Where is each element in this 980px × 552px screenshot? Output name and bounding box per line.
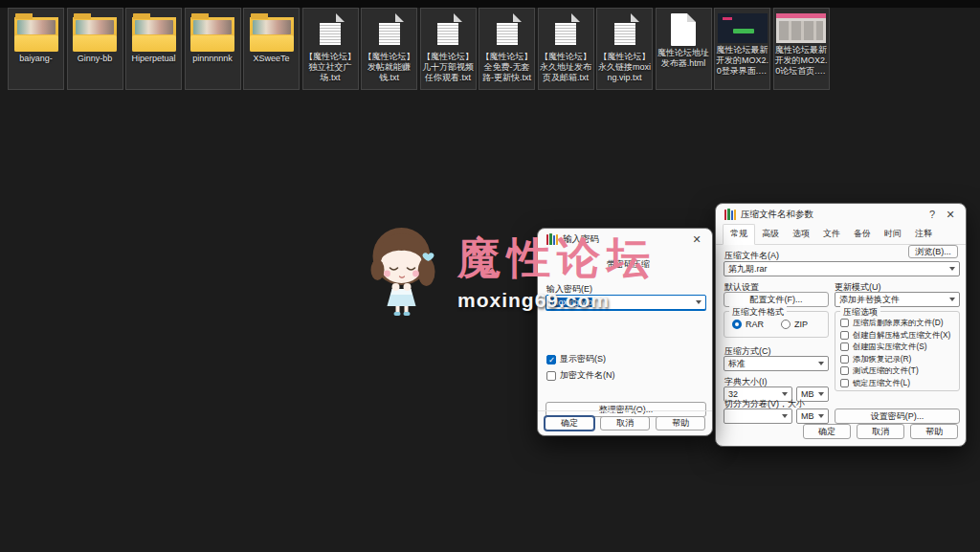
chevron-down-icon[interactable] [949,267,955,271]
checkbox-unchecked-icon[interactable] [840,331,849,340]
chevron-down-icon[interactable] [818,392,824,396]
format-zip-radio[interactable]: ZIP [781,320,808,329]
txt-icon [551,13,580,50]
desktop-icon-png-dark-12[interactable]: 魔性论坛最新开发的MOX2.0登录界面.png [714,8,770,90]
format-zip-label: ZIP [794,320,808,329]
browse-button[interactable]: 浏览(B)... [908,245,958,258]
winrar-icon [546,233,558,245]
icon-label: 【魔性论坛】几十万部视频任你观看.txt [421,52,476,82]
archive-name-input[interactable]: 第九期.rar [724,261,960,276]
split-unit-select[interactable]: MB [796,408,829,424]
checkbox-unchecked-icon[interactable] [840,379,849,387]
tab-4[interactable]: 备份 [847,225,878,244]
desktop-icon-html-11[interactable]: 魔性论坛地址发布器.html [656,8,712,90]
txt-icon [611,13,639,50]
archive-dialog-titlebar[interactable]: 压缩文件名和参数 ? ✕ [716,204,966,225]
method-select[interactable]: 标准 [724,356,829,371]
compression-option-label: 压缩后删除原来的文件(D) [853,318,944,328]
chevron-down-icon[interactable] [818,362,824,365]
help-button[interactable]: 帮助 [656,416,705,431]
desktop-icon-txt-6[interactable]: 【魔性论坛】发帖就能赚钱.txt [361,8,417,90]
password-input[interactable]: moxing.vip [546,295,706,310]
password-input-value: moxing.vip [550,298,593,307]
desktop-icon-folder-2[interactable]: Hiperpetual [125,8,182,90]
ok-button[interactable]: 确定 [545,416,594,431]
icon-label: XSweeTe [252,54,290,64]
desktop-top-strip [0,0,980,8]
compression-option-2[interactable]: 创建固实压缩文件(S) [840,342,926,352]
folder-icon [190,13,234,52]
compression-option-label: 锁定压缩文件(L) [853,378,910,388]
split-size-select[interactable] [724,408,792,424]
chevron-down-icon[interactable] [818,414,824,418]
compression-option-0[interactable]: 压缩后删除原来的文件(D) [840,318,944,328]
archive-name-value: 第九期.rar [728,263,768,276]
format-rar-radio[interactable]: RAR [732,320,764,329]
compression-option-label: 创建固实压缩文件(S) [853,342,926,352]
desktop-icon-txt-7[interactable]: 【魔性论坛】几十万部视频任你观看.txt [420,8,477,90]
update-mode-select[interactable]: 添加并替换文件 [835,292,960,307]
password-dialog: 输入密码 ✕ 带密码压缩 输入密码(E) moxing.vip 显示密码(S) … [537,228,713,436]
cancel-button[interactable]: 取消 [857,424,904,439]
close-icon[interactable]: ✕ [944,209,957,221]
ok-button[interactable]: 确定 [803,424,851,439]
chevron-down-icon[interactable] [696,300,702,304]
icon-label: Hiperpetual [130,54,176,64]
desktop-icon-txt-10[interactable]: 【魔性论坛】永久链接moxing.vip.txt [596,8,653,90]
checkbox-unchecked-icon[interactable] [840,366,849,375]
show-password-checkbox[interactable]: 显示密码(S) [546,353,606,365]
help-icon[interactable]: ? [925,209,939,220]
icon-label: 魔性论坛地址发布器.html [657,48,711,69]
checkbox-unchecked-icon[interactable] [840,355,849,364]
chevron-down-icon[interactable] [782,392,788,396]
help-button[interactable]: 帮助 [910,424,958,439]
desktop-icon-txt-9[interactable]: 【魔性论坛】永久地址发布页及邮箱.txt [538,8,594,90]
txt-icon [316,13,345,50]
close-icon[interactable]: ✕ [690,233,703,246]
desktop-icon-folder-3[interactable]: pinnnnnnk [185,8,241,90]
compression-option-4[interactable]: 测试压缩的文件(T) [840,365,919,376]
checkbox-unchecked-icon[interactable] [840,319,849,327]
chevron-down-icon[interactable] [949,298,955,301]
profiles-button[interactable]: 配置文件(F)... [724,292,829,307]
show-password-label: 显示密码(S) [560,353,606,365]
cancel-button[interactable]: 取消 [600,416,650,431]
chevron-down-icon[interactable] [782,414,788,418]
desktop-icon-txt-5[interactable]: 【魔性论坛】独立社交广场.txt [302,8,359,90]
desktop-icon-folder-1[interactable]: Ginny-bb [67,8,123,90]
tab-5[interactable]: 时间 [878,225,908,244]
password-dialog-footer: 确定 取消 帮助 [538,410,712,435]
icon-label: baiyang- [18,54,54,64]
checkbox-checked-icon[interactable] [546,355,556,364]
compression-option-3[interactable]: 添加恢复记录(R) [840,354,911,364]
compression-option-1[interactable]: 创建自解压格式压缩文件(X) [840,330,950,341]
archive-dialog-tabs: 常规高级选项文件备份时间注释 [716,225,966,245]
txt-icon [434,13,462,50]
html-icon [671,13,696,46]
tab-1[interactable]: 高级 [755,225,786,244]
desktop-icon-txt-8[interactable]: 【魔性论坛】全免费-无套路-更新快.txt [479,8,535,90]
set-password-button[interactable]: 设置密码(P)... [835,408,960,424]
png-dark-icon [718,13,768,43]
radio-unselected-icon[interactable] [781,320,791,329]
tab-6[interactable]: 注释 [908,225,939,244]
tab-3[interactable]: 文件 [816,225,847,244]
txt-icon [375,13,404,50]
password-dialog-titlebar[interactable]: 输入密码 ✕ [538,229,712,250]
desktop-icon-png-light-13[interactable]: 魔性论坛最新开发的MOX2.0论坛首页.png [773,8,830,90]
encrypt-names-checkbox[interactable]: 加密文件名(N) [546,369,615,382]
desktop-icons: baiyang- Ginny-bb Hiperpetual pinnnnnnk … [8,8,832,90]
desktop-icon-folder-4[interactable]: XSweeTe [243,8,300,90]
icon-label: 【魔性论坛】全免费-无套路-更新快.txt [479,52,534,82]
checkbox-unchecked-icon[interactable] [840,342,849,351]
txt-icon [493,13,522,50]
password-subtitle: 带密码压缩 [607,258,650,271]
icon-label: 【魔性论坛】独立社交广场.txt [303,52,358,82]
desktop-icon-folder-0[interactable]: baiyang- [8,8,64,90]
tab-2[interactable]: 选项 [786,225,816,244]
tab-0[interactable]: 常规 [723,224,755,245]
radio-selected-icon[interactable] [732,320,742,329]
compression-option-5[interactable]: 锁定压缩文件(L) [840,378,910,388]
archive-dialog-title: 压缩文件名和参数 [741,209,813,221]
checkbox-unchecked-icon[interactable] [546,371,556,381]
